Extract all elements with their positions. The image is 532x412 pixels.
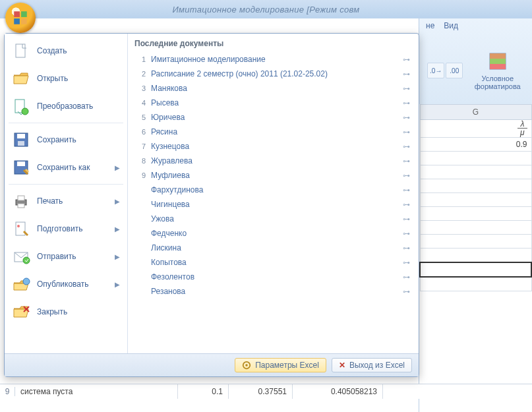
pin-icon[interactable]: ⊶ xyxy=(403,273,410,281)
recent-document-item[interactable]: Ужова⊶ xyxy=(134,212,412,226)
pin-icon[interactable]: ⊶ xyxy=(403,258,410,267)
svg-rect-5 xyxy=(490,53,506,59)
cell-empty-9[interactable] xyxy=(420,277,531,291)
fraction-den: μ xyxy=(517,129,527,136)
recent-document-item[interactable]: Лискина⊶ xyxy=(134,241,412,255)
increase-decimal-button[interactable]: .0→ xyxy=(427,63,444,78)
menu-item-send[interactable]: Отправить▶ xyxy=(7,243,125,270)
recent-document-item[interactable]: Фезолентов⊶ xyxy=(134,270,412,284)
pin-icon[interactable]: ⊶ xyxy=(403,171,410,180)
menu-item-saveas[interactable]: Сохранить как▶ xyxy=(7,154,125,181)
recent-item-name: Рясина xyxy=(151,127,398,136)
pin-icon[interactable]: ⊶ xyxy=(403,55,410,64)
recent-item-name: Расписание 2 семестр (очно) 2011 (21.02-… xyxy=(151,69,398,78)
excel-options-button[interactable]: Параметры Excel xyxy=(235,358,326,372)
cell-empty-1[interactable] xyxy=(420,152,531,165)
submenu-arrow-icon: ▶ xyxy=(115,253,120,260)
svg-rect-8 xyxy=(16,44,25,57)
recent-item-name: Фархутдинова xyxy=(151,185,398,194)
pin-icon[interactable]: ⊶ xyxy=(403,99,410,107)
svg-rect-12 xyxy=(17,134,25,138)
menu-item-label: Подготовить xyxy=(37,224,82,233)
ribbon-tab-2[interactable]: Вид xyxy=(444,21,458,37)
pin-icon[interactable]: ⊶ xyxy=(403,70,410,78)
recent-document-item[interactable]: Резанова⊶ xyxy=(134,284,412,299)
cell-a9[interactable]: система пуста xyxy=(15,384,178,399)
menu-item-save[interactable]: Сохранить xyxy=(7,127,125,153)
recent-item-name: Фезолентов xyxy=(151,272,398,281)
svg-rect-2 xyxy=(14,18,20,24)
pin-icon[interactable]: ⊶ xyxy=(403,200,410,209)
office-orb-icon xyxy=(12,9,29,26)
cell-fraction[interactable]: λμ xyxy=(420,120,531,138)
menu-item-label: Преобразовать xyxy=(37,102,93,111)
col-header-g[interactable]: G xyxy=(420,105,531,120)
pin-icon[interactable]: ⊶ xyxy=(403,244,410,252)
recent-document-item[interactable]: Копытова⊶ xyxy=(134,255,412,270)
row-header-9[interactable]: 9 xyxy=(0,387,15,396)
cell-b9[interactable]: 0.1 xyxy=(178,384,229,399)
cell-empty-5[interactable] xyxy=(420,207,531,221)
cell-d9[interactable]: 0.405058213 xyxy=(293,384,383,399)
pin-icon[interactable]: ⊶ xyxy=(403,186,410,194)
recent-document-item[interactable]: 1Имитационное моделирование⊶ xyxy=(134,52,412,67)
recent-document-item[interactable]: Федченко⊶ xyxy=(134,226,412,241)
pin-icon[interactable]: ⊶ xyxy=(403,229,410,238)
menu-item-label: Создать xyxy=(37,46,67,55)
recent-item-name: Копытова xyxy=(151,258,398,267)
recent-item-number: 9 xyxy=(136,171,146,179)
pin-icon[interactable]: ⊶ xyxy=(403,128,410,136)
recent-item-name: Чигинцева xyxy=(151,200,398,209)
pin-icon[interactable]: ⊶ xyxy=(403,84,410,93)
svg-point-25 xyxy=(245,364,248,367)
cell-empty-3[interactable] xyxy=(420,179,531,193)
svg-rect-19 xyxy=(16,222,25,235)
ribbon-tab-1[interactable]: не xyxy=(426,21,434,37)
pin-icon[interactable]: ⊶ xyxy=(403,113,410,122)
pin-icon[interactable]: ⊶ xyxy=(403,142,410,151)
svg-point-23 xyxy=(23,278,30,285)
recent-document-item[interactable]: 6Рясина⊶ xyxy=(134,125,412,139)
office-button[interactable] xyxy=(5,3,36,33)
recent-document-item[interactable]: 2Расписание 2 семестр (очно) 2011 (21.02… xyxy=(134,67,412,81)
active-cell[interactable] xyxy=(420,262,531,277)
recent-document-item[interactable]: 5Юричева⊶ xyxy=(134,110,412,125)
excel-options-label: Параметры Excel xyxy=(255,361,319,370)
pin-icon[interactable]: ⊶ xyxy=(403,215,410,223)
cell-empty-7[interactable] xyxy=(420,235,531,249)
cell-empty-6[interactable] xyxy=(420,221,531,235)
pin-icon[interactable]: ⊶ xyxy=(403,157,410,165)
menu-item-open[interactable]: Открыть xyxy=(7,65,125,92)
cell-empty-2[interactable] xyxy=(420,165,531,179)
office-menu-footer: Параметры Excel ✕ Выход из Excel xyxy=(5,353,419,376)
recent-document-item[interactable]: 8Журавлева⊶ xyxy=(134,154,412,168)
pin-icon[interactable]: ⊶ xyxy=(403,287,410,296)
dec-dec-icon: .00 xyxy=(450,67,459,74)
inc-dec-icon: .0→ xyxy=(430,67,442,74)
recent-document-item[interactable]: Фархутдинова⊶ xyxy=(134,183,412,197)
ribbon: не Вид .0→ .00 Условное форматирова xyxy=(419,18,532,104)
cell-empty-8[interactable] xyxy=(420,249,531,263)
cell-empty-4[interactable] xyxy=(420,193,531,207)
recent-document-item[interactable]: 7Кузнецова⊶ xyxy=(134,139,412,154)
worksheet[interactable]: G λμ 0.9 xyxy=(419,104,532,412)
exit-excel-button[interactable]: ✕ Выход из Excel xyxy=(332,358,412,372)
cell-c9[interactable]: 0.37551 xyxy=(229,384,293,399)
title-bar: Имитационное моделирование [Режим совм xyxy=(0,0,532,18)
recent-document-item[interactable]: 4Рысева⊶ xyxy=(134,96,412,110)
menu-item-print[interactable]: Печать▶ xyxy=(7,188,125,214)
recent-document-item[interactable]: 9Муфлиева⊶ xyxy=(134,168,412,183)
conditional-formatting-button[interactable]: Условное форматирова xyxy=(471,47,524,94)
cell-g-value[interactable]: 0.9 xyxy=(420,138,531,152)
office-menu: СоздатьОткрытьПреобразоватьСохранитьСохр… xyxy=(4,33,419,377)
svg-rect-15 xyxy=(17,162,25,166)
recent-document-item[interactable]: Чигинцева⊶ xyxy=(134,197,412,212)
decrease-decimal-button[interactable]: .00 xyxy=(446,63,463,78)
menu-item-new[interactable]: Создать xyxy=(7,38,125,64)
menu-item-publish[interactable]: Опубликовать▶ xyxy=(7,271,125,297)
menu-item-convert[interactable]: Преобразовать xyxy=(7,93,125,119)
exit-excel-label: Выход из Excel xyxy=(349,361,405,370)
menu-item-close[interactable]: Закрыть xyxy=(7,299,125,325)
recent-document-item[interactable]: 3Манякова⊶ xyxy=(134,81,412,96)
menu-item-prepare[interactable]: Подготовить▶ xyxy=(7,216,125,242)
